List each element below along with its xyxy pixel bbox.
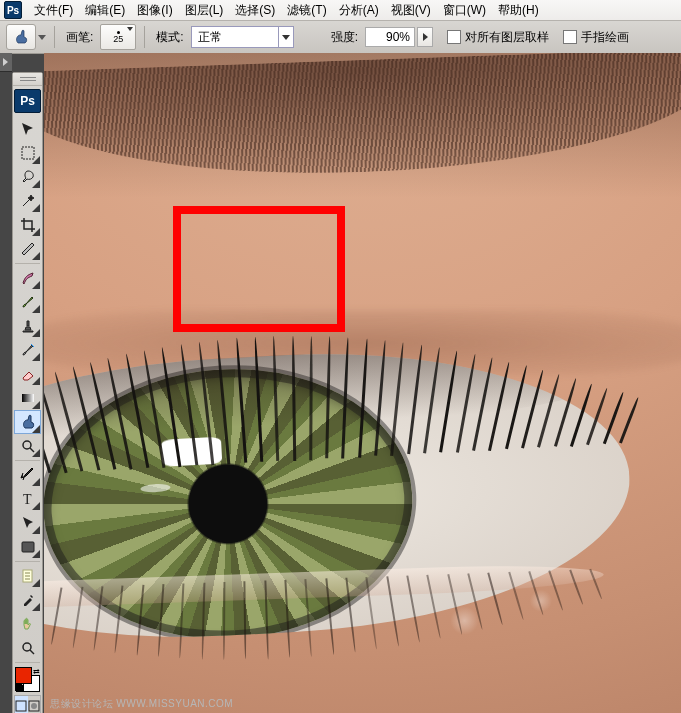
finger-painting-checkbox[interactable]: 手指绘画: [563, 29, 629, 46]
svg-rect-7: [16, 701, 26, 711]
menu-item[interactable]: 选择(S): [229, 0, 281, 20]
standard-mode-icon: [15, 696, 28, 713]
ps-logo[interactable]: Ps: [14, 89, 41, 113]
separator: [15, 662, 40, 663]
checkbox-icon: [447, 30, 461, 44]
menu-item[interactable]: 分析(A): [333, 0, 385, 20]
menu-item[interactable]: 文件(F): [28, 0, 79, 20]
zoom-tool[interactable]: [14, 636, 41, 660]
path-select-tool[interactable]: [14, 511, 41, 535]
strength-input[interactable]: [365, 27, 433, 47]
hand-icon: [20, 616, 36, 632]
sample-all-label: 对所有图层取样: [465, 29, 549, 46]
flyout-corner-icon: [32, 353, 40, 361]
dropdown-button[interactable]: [278, 27, 293, 47]
hand-tool[interactable]: [14, 612, 41, 636]
menu-item[interactable]: 视图(V): [385, 0, 437, 20]
panel-expand-tab[interactable]: [0, 53, 12, 72]
brush-tool[interactable]: [14, 290, 41, 314]
marquee-tool[interactable]: [14, 141, 41, 165]
slice-tool[interactable]: [14, 237, 41, 261]
chevron-right-icon: [423, 33, 428, 41]
menu-item[interactable]: 编辑(E): [79, 0, 131, 20]
type-tool[interactable]: T: [14, 487, 41, 511]
default-colors-icon[interactable]: [15, 684, 23, 692]
lasso-tool[interactable]: [14, 165, 41, 189]
menu-item[interactable]: 图层(L): [179, 0, 230, 20]
color-swatches[interactable]: ⇄: [15, 667, 40, 692]
gradient-tool[interactable]: [14, 386, 41, 410]
flyout-corner-icon: [32, 579, 40, 587]
flyout-corner-icon: [32, 228, 40, 236]
svg-point-9: [31, 703, 37, 709]
toolbox: Ps T ⇄: [12, 72, 43, 713]
svg-point-6: [23, 643, 31, 651]
flyout-corner-icon: [32, 401, 40, 409]
annotation-rectangle: [173, 206, 345, 332]
separator: [15, 460, 40, 461]
toolbox-grip[interactable]: [13, 73, 42, 86]
menu-item[interactable]: 图像(I): [131, 0, 178, 20]
magic-wand-tool[interactable]: [14, 189, 41, 213]
shape-tool[interactable]: [14, 535, 41, 559]
dodge-tool[interactable]: [14, 434, 41, 458]
flyout-corner-icon: [32, 550, 40, 558]
brush-label: 画笔:: [63, 29, 96, 46]
move-tool[interactable]: [14, 117, 41, 141]
separator: [54, 26, 55, 48]
menu-item[interactable]: 帮助(H): [492, 0, 545, 20]
svg-text:T: T: [23, 492, 32, 507]
options-bar: 画笔: 25 模式: 正常 强度: 对所有图层取样 手指绘画: [0, 21, 681, 54]
chevron-down-icon: [282, 35, 290, 40]
flyout-corner-icon: [32, 156, 40, 164]
eyedropper-tool[interactable]: [14, 588, 41, 612]
strength-label: 强度:: [328, 29, 361, 46]
flyout-corner-icon: [32, 180, 40, 188]
brush-size: 25: [113, 35, 123, 44]
foreground-color[interactable]: [15, 667, 32, 684]
svg-point-2: [23, 441, 31, 449]
separator: [15, 561, 40, 562]
separator: [15, 263, 40, 264]
brush-preset-picker[interactable]: 25: [100, 24, 136, 50]
flyout-corner-icon: [32, 502, 40, 510]
flyout-corner-icon: [32, 449, 40, 457]
mode-label: 模式:: [153, 29, 186, 46]
healing-brush-tool[interactable]: [14, 266, 41, 290]
flyout-corner-icon: [32, 377, 40, 385]
mode-dropdown[interactable]: 正常: [191, 26, 294, 48]
menu-item[interactable]: 窗口(W): [437, 0, 492, 20]
smudge-icon: [13, 29, 29, 45]
menu-item[interactable]: 滤镜(T): [281, 0, 332, 20]
notes-tool[interactable]: [14, 564, 41, 588]
flyout-corner-icon: [32, 281, 40, 289]
crop-tool[interactable]: [14, 213, 41, 237]
document-image: 思缘设计论坛 WWW.MISSYUAN.COM: [44, 53, 681, 713]
current-tool-icon[interactable]: [6, 24, 36, 50]
chevron-right-icon: [3, 58, 8, 66]
flyout-corner-icon: [32, 478, 40, 486]
menu-bar: Ps 文件(F)编辑(E)图像(I)图层(L)选择(S)滤镜(T)分析(A)视图…: [0, 0, 681, 21]
pen-tool[interactable]: [14, 463, 41, 487]
app-icon: Ps: [4, 1, 22, 19]
smudge-tool[interactable]: [14, 410, 41, 434]
flyout-corner-icon: [32, 329, 40, 337]
canvas-area[interactable]: 思缘设计论坛 WWW.MISSYUAN.COM: [44, 53, 681, 713]
strength-flyout[interactable]: [417, 27, 433, 47]
tool-preset-arrow[interactable]: [38, 35, 46, 40]
flyout-corner-icon: [32, 305, 40, 313]
watermark: 思缘设计论坛 WWW.MISSYUAN.COM: [50, 697, 233, 711]
strength-field[interactable]: [365, 27, 415, 47]
sample-all-layers-checkbox[interactable]: 对所有图层取样: [447, 29, 549, 46]
chevron-down-icon: [127, 27, 133, 31]
history-brush-tool[interactable]: [14, 338, 41, 362]
move-icon: [20, 121, 36, 137]
checkbox-icon: [563, 30, 577, 44]
quick-mask-icon: [28, 696, 41, 713]
quick-mask-toggle[interactable]: [14, 695, 41, 713]
eraser-tool[interactable]: [14, 362, 41, 386]
mode-value: 正常: [192, 29, 278, 46]
flyout-corner-icon: [32, 603, 40, 611]
zoom-icon: [20, 640, 36, 656]
clone-stamp-tool[interactable]: [14, 314, 41, 338]
